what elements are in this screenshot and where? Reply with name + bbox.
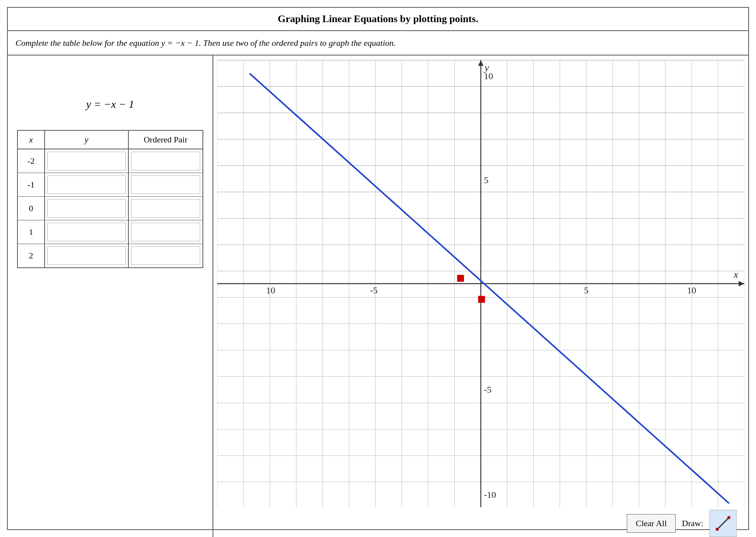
left-panel: y = −x − 1 x y Ordered Pair -2 (8, 55, 213, 537)
tick-label-x-10: 10 (266, 285, 275, 295)
table-row: -1 (18, 173, 202, 197)
x-value-neg1: -1 (18, 173, 45, 196)
equation-display: y = −x − 1 (86, 98, 134, 111)
y-input-1[interactable] (47, 223, 126, 241)
y-input-cell-neg1 (45, 173, 129, 196)
svg-line-54 (717, 518, 729, 529)
table-row: 2 (18, 244, 202, 267)
value-table: x y Ordered Pair -2 -1 (17, 130, 203, 268)
table-row: -2 (18, 149, 202, 173)
y-input-cell-1 (45, 220, 129, 244)
main-content: y = −x − 1 x y Ordered Pair -2 (8, 55, 748, 537)
y-input-cell-0 (45, 197, 129, 220)
col-header-y: y (45, 131, 129, 149)
op-input-cell-2 (129, 244, 202, 267)
clear-all-button[interactable]: Clear All (627, 514, 676, 533)
op-input-cell-0 (129, 197, 202, 220)
x-value-2: 2 (18, 244, 45, 267)
y-input-0[interactable] (47, 199, 126, 218)
bottom-bar: Clear All Draw: (217, 508, 744, 537)
tick-label-y10: 10 (484, 71, 493, 81)
y-input-cell-neg2 (45, 149, 129, 173)
graph-area[interactable]: .grid-line { stroke: #bbbbbb; stroke-wid… (217, 59, 744, 508)
op-input-2[interactable] (131, 246, 200, 265)
title-bar: Graphing Linear Equations by plotting po… (8, 8, 748, 31)
col-header-x: x (18, 131, 45, 149)
tick-label-y-10: -10 (484, 490, 496, 500)
op-input-neg1[interactable] (131, 175, 200, 194)
x-value-neg2: -2 (18, 149, 45, 173)
outer-container: Graphing Linear Equations by plotting po… (7, 7, 749, 530)
y-input-cell-2 (45, 244, 129, 267)
tick-label-x10: 10 (687, 285, 696, 295)
x-value-1: 1 (18, 220, 45, 244)
graph-svg: .grid-line { stroke: #bbbbbb; stroke-wid… (217, 59, 744, 508)
y-input-neg1[interactable] (47, 175, 126, 194)
op-input-cell-neg1 (129, 173, 202, 196)
svg-marker-52 (739, 281, 744, 286)
tick-label-y5: 5 (484, 175, 488, 185)
tick-label-y-5: -5 (484, 385, 491, 395)
page-title: Graphing Linear Equations by plotting po… (278, 13, 478, 24)
draw-label: Draw: (682, 518, 703, 528)
col-header-op: Ordered Pair (129, 131, 202, 149)
y-input-neg2[interactable] (47, 152, 126, 170)
plot-point-1 (457, 275, 464, 282)
op-input-neg2[interactable] (131, 152, 200, 170)
tick-label-x-5: -5 (370, 285, 378, 295)
table-header-row: x y Ordered Pair (18, 131, 202, 149)
x-value-0: 0 (18, 197, 45, 220)
svg-marker-53 (478, 60, 484, 66)
instructions: Complete the table below for the equatio… (8, 31, 748, 55)
op-input-1[interactable] (131, 223, 200, 241)
table-row: 0 (18, 197, 202, 220)
op-input-0[interactable] (131, 199, 200, 218)
op-input-cell-1 (129, 220, 202, 244)
table-row: 1 (18, 220, 202, 244)
plot-point-2 (478, 296, 485, 303)
right-panel: .grid-line { stroke: #bbbbbb; stroke-wid… (213, 55, 748, 537)
y-input-2[interactable] (47, 246, 126, 265)
graph-line (250, 73, 729, 503)
instructions-text: Complete the table below for the equatio… (16, 38, 396, 48)
tick-label-x5: 5 (584, 285, 588, 295)
op-input-cell-neg2 (129, 149, 202, 173)
draw-tool-icon[interactable] (709, 510, 737, 537)
x-axis-label: x (733, 269, 738, 280)
pencil-icon (713, 514, 733, 533)
